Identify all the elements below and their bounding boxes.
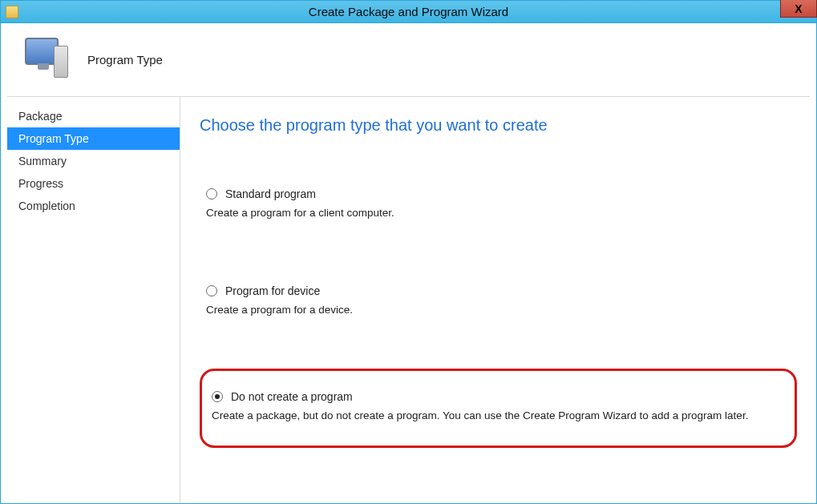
sidebar-item-label: Progress (18, 177, 63, 190)
option-standard-program: Standard program Create a program for a … (200, 183, 797, 224)
option-do-not-create-program: Do not create a program Create a package… (212, 390, 785, 421)
page-title: Program Type (87, 53, 163, 67)
radio-icon (212, 391, 223, 402)
highlight-annotation: Do not create a program Create a package… (200, 369, 797, 448)
sidebar-item-progress[interactable]: Progress (7, 172, 180, 195)
computer-icon (22, 36, 73, 84)
sidebar-item-package[interactable]: Package (7, 105, 180, 127)
window-title: Create Package and Program Wizard (1, 5, 816, 18)
option-label: Program for device (225, 284, 320, 297)
wizard-body: Package Program Type Summary Progress Co… (1, 97, 816, 503)
radio-icon (206, 188, 217, 200)
wizard-content: Choose the program type that you want to… (180, 97, 816, 503)
sidebar-item-completion[interactable]: Completion (7, 195, 180, 217)
option-label: Do not create a program (231, 390, 353, 403)
radio-do-not-create-program[interactable]: Do not create a program (212, 390, 785, 403)
app-icon (6, 6, 18, 18)
content-heading: Choose the program type that you want to… (200, 116, 797, 135)
radio-icon (206, 285, 217, 296)
option-description: Create a program for a device. (206, 304, 791, 316)
titlebar: Create Package and Program Wizard X (1, 1, 816, 23)
sidebar-item-label: Summary (18, 155, 67, 167)
sidebar-item-label: Completion (18, 200, 75, 212)
option-description: Create a program for a client computer. (206, 207, 791, 219)
wizard-steps-sidebar: Package Program Type Summary Progress Co… (7, 97, 180, 503)
sidebar-item-program-type[interactable]: Program Type (7, 127, 180, 150)
radio-program-for-device[interactable]: Program for device (206, 284, 791, 297)
sidebar-item-label: Package (18, 110, 62, 123)
wizard-window: Create Package and Program Wizard X Prog… (0, 0, 817, 504)
radio-standard-program[interactable]: Standard program (206, 187, 791, 200)
close-button[interactable]: X (780, 0, 817, 18)
option-description: Create a package, but do not create a pr… (212, 409, 785, 421)
sidebar-item-label: Program Type (18, 132, 89, 145)
close-icon: X (795, 2, 802, 15)
option-program-for-device: Program for device Create a program for … (200, 280, 797, 321)
sidebar-item-summary[interactable]: Summary (7, 150, 180, 172)
option-label: Standard program (225, 187, 316, 200)
wizard-header: Program Type (7, 23, 810, 97)
